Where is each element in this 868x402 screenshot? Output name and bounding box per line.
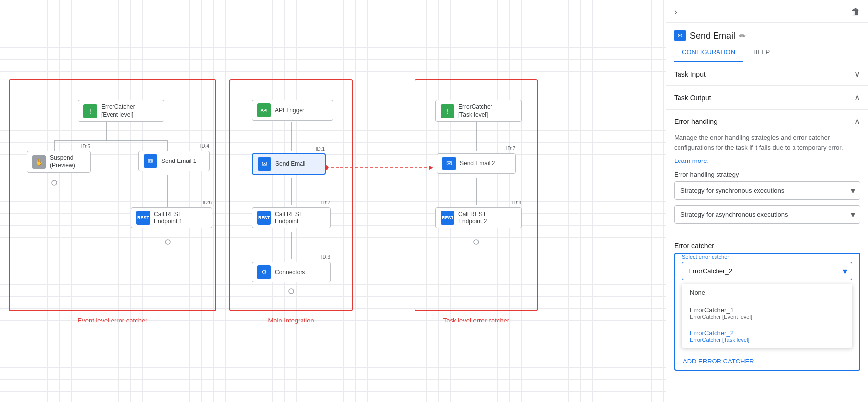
task-output-title: Task Output xyxy=(674,94,711,102)
panel-title-row: ✉ Send Email ✏ xyxy=(666,23,868,43)
error-handling-content: Manage the error handling strategies and… xyxy=(666,133,868,238)
error-catcher-event-sublabel: [Event level] xyxy=(101,111,135,119)
async-strategy-wrapper: Strategy for asynchronous executions ▾ xyxy=(674,205,860,224)
error-strategy-label: Error handling strategy xyxy=(674,171,860,178)
api-trigger-node[interactable]: API API Trigger xyxy=(252,100,333,121)
tab-configuration[interactable]: CONFIGURATION xyxy=(674,43,743,62)
send-email-main-node[interactable]: ✉ ID:1 Send Email xyxy=(252,153,326,175)
add-error-catcher-btn[interactable]: ADD ERROR CATCHER xyxy=(675,353,859,370)
send-email-main-icon: ✉ xyxy=(258,157,271,171)
error-catcher-task-icon: ! xyxy=(441,104,454,118)
learn-more-link[interactable]: Learn more. xyxy=(674,157,709,164)
send-email-main-label: Send Email xyxy=(275,161,305,167)
dropdown-errorcatcher1-item[interactable]: ErrorCatcher_1 ErrorCatcher [Event level… xyxy=(682,301,852,324)
task-level-label: Task level error catcher xyxy=(443,317,509,324)
panel-top-bar: › 🗑 xyxy=(666,0,868,23)
call-rest-main-sublabel: Endpoint xyxy=(275,218,302,225)
error-catcher-select-wrapper: ErrorCatcher_2 ▾ xyxy=(682,262,852,280)
panel-delete-icon[interactable]: 🗑 xyxy=(851,7,860,17)
error-catcher-task-sublabel: [Task level] xyxy=(458,111,492,119)
error-catcher-event-label: ErrorCatcher xyxy=(101,103,135,111)
error-catcher-dropdown-menu: None ErrorCatcher_1 ErrorCatcher [Event … xyxy=(682,284,852,348)
error-catcher-select[interactable]: ErrorCatcher_2 xyxy=(682,262,852,280)
task-input-title: Task Input xyxy=(674,70,706,78)
panel-edit-icon[interactable]: ✏ xyxy=(739,31,746,40)
suspend-id: ID:5 xyxy=(81,143,90,150)
send-email-main-id: ID:1 xyxy=(316,146,325,152)
select-error-catcher-label: Select error catcher xyxy=(682,254,852,260)
call-rest-1-node[interactable]: REST ID:6 Call REST Endpoint 1 xyxy=(131,207,212,228)
api-trigger-icon: API xyxy=(257,103,271,117)
send-email-1-node[interactable]: ✉ ID:4 Send Email 1 xyxy=(138,151,210,171)
error-catcher-outer: Error catcher Select error catcher Error… xyxy=(666,238,868,377)
task-output-section: Task Output ∧ xyxy=(666,86,868,110)
panel-chevron-icon[interactable]: › xyxy=(674,7,677,17)
call-rest-main-label: Call REST xyxy=(275,211,302,218)
task-input-chevron: ∨ xyxy=(854,69,860,79)
suspend-icon: ✋ xyxy=(32,155,46,169)
sync-strategy-select[interactable]: Strategy for synchronous executions xyxy=(674,181,860,200)
right-panel: › 🗑 ✉ Send Email ✏ CONFIGURATION HELP Ta… xyxy=(666,0,868,402)
suspend-label: Suspend xyxy=(50,154,75,162)
send-email-2-icon: ✉ xyxy=(442,157,456,170)
connectors-label: Connectors xyxy=(275,269,305,276)
error-handling-header[interactable]: Error handling ∧ xyxy=(666,110,868,133)
connectors-icon: ⚙ xyxy=(257,265,271,279)
send-email-2-label: Send Email 2 xyxy=(460,160,495,167)
connectors-node[interactable]: ⚙ ID:3 Connectors xyxy=(252,262,331,282)
panel-title: Send Email xyxy=(690,31,735,41)
send-email-1-label: Send Email 1 xyxy=(161,158,196,164)
suspend-sublabel: (Preview) xyxy=(50,162,75,170)
task-input-section: Task Input ∨ xyxy=(666,62,868,86)
task-output-chevron: ∧ xyxy=(854,93,860,102)
task-input-header[interactable]: Task Input ∨ xyxy=(666,62,868,85)
call-rest-2-node[interactable]: REST ID:8 Call REST Endpoint 2 xyxy=(435,207,522,228)
error-catcher-event-icon: ! xyxy=(83,104,97,118)
tab-help[interactable]: HELP xyxy=(745,43,778,62)
error-catcher-box: Select error catcher ErrorCatcher_2 ▾ No… xyxy=(674,253,860,371)
send-email-1-id: ID:4 xyxy=(200,143,209,149)
call-rest-main-id: ID:2 xyxy=(321,200,330,205)
error-catcher-task-node[interactable]: ! ErrorCatcher [Task level] xyxy=(435,100,522,122)
error-handling-chevron: ∧ xyxy=(854,117,860,126)
dropdown-errorcatcher2-item[interactable]: ErrorCatcher_2 ErrorCatcher [Task level] xyxy=(682,324,852,348)
error-handling-title: Error handling xyxy=(674,118,717,125)
dropdown-none-item[interactable]: None xyxy=(682,284,852,301)
error-catcher-event-node[interactable]: ! ErrorCatcher [Event level] xyxy=(78,100,164,122)
error-catcher-task-label: ErrorCatcher xyxy=(458,103,492,111)
connectors-id: ID:3 xyxy=(321,254,330,260)
call-rest-1-id: ID:6 xyxy=(203,200,212,205)
call-rest-2-icon: REST xyxy=(441,211,454,225)
async-strategy-select[interactable]: Strategy for asynchronous executions xyxy=(674,205,860,224)
event-level-label: Event level error catcher xyxy=(78,317,148,324)
error-handling-desc: Manage the error handling strategies and… xyxy=(674,133,860,152)
call-rest-main-icon: REST xyxy=(257,211,271,225)
canvas-area: Event level error catcher ! ErrorCatcher… xyxy=(0,0,666,402)
panel-tabs: CONFIGURATION HELP xyxy=(666,43,868,62)
error-handling-section: Error handling ∧ Manage the error handli… xyxy=(666,110,868,238)
task-output-header[interactable]: Task Output ∧ xyxy=(666,86,868,109)
panel-title-email-icon: ✉ xyxy=(674,30,686,41)
call-rest-2-sublabel: Endpoint 2 xyxy=(458,218,487,225)
error-catcher-section-title: Error catcher xyxy=(666,242,868,253)
send-email-2-node[interactable]: ✉ ID:7 Send Email 2 xyxy=(437,153,516,174)
send-email-2-id: ID:7 xyxy=(506,146,515,151)
suspend-node[interactable]: ✋ ID:5 Suspend (Preview) xyxy=(27,151,91,173)
api-trigger-label: API Trigger xyxy=(275,107,304,114)
call-rest-1-sublabel: Endpoint 1 xyxy=(154,218,182,225)
call-rest-1-label: Call REST xyxy=(154,211,182,218)
send-email-1-icon: ✉ xyxy=(144,154,157,168)
call-rest-2-id: ID:8 xyxy=(512,200,521,205)
call-rest-2-label: Call REST xyxy=(458,211,487,218)
main-integration-label: Main Integration xyxy=(268,317,314,324)
call-rest-main-node[interactable]: REST ID:2 Call REST Endpoint xyxy=(252,207,331,228)
sync-strategy-wrapper: Strategy for synchronous executions ▾ xyxy=(674,181,860,200)
call-rest-1-icon: REST xyxy=(136,211,150,225)
